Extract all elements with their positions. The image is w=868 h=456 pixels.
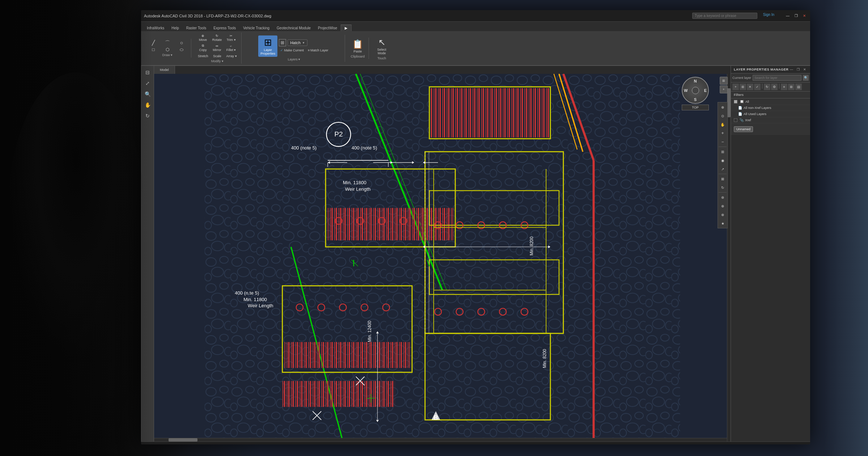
hatch-dropdown[interactable]: Hatch ▼ (288, 39, 307, 46)
refresh-btn[interactable]: ↻ (764, 84, 770, 90)
set-current-btn[interactable]: ✓ (754, 84, 761, 90)
fillet-button[interactable]: ⌐ Fillet ▾ (225, 43, 238, 52)
draw-poly-button[interactable]: ⬡ (161, 47, 174, 52)
tab-geotechnical[interactable]: Geotechnical Module (273, 25, 314, 31)
vp-tool-5[interactable]: ◉ (719, 156, 727, 164)
vp-tool-7[interactable]: ⊠ (719, 175, 727, 183)
compass-widget[interactable]: N S E W TOP (682, 77, 709, 110)
paste-button[interactable]: 📋 Paste (351, 38, 365, 54)
tab-vehicle-tracking[interactable]: Vehicle Tracking (239, 25, 273, 31)
view-3d-button[interactable]: ⊞ (720, 77, 728, 85)
vp-tool-6[interactable]: ↗ (719, 165, 727, 173)
top-view-button[interactable]: TOP (682, 105, 709, 110)
vp-tool-9[interactable]: ⊛ (719, 193, 727, 201)
h-scroll-thumb[interactable] (169, 438, 197, 442)
snap-button[interactable]: SNAP (195, 444, 204, 445)
layer-states-btn[interactable]: ▤ (795, 84, 802, 90)
views-button[interactable]: ⊟ (142, 67, 153, 77)
view-pan-button[interactable]: + (720, 85, 728, 93)
panel-minimize[interactable]: — (789, 67, 794, 72)
filter-xref[interactable]: 📎 Xref (731, 117, 810, 123)
maximize-button[interactable]: ❐ (793, 14, 799, 18)
filter-used[interactable]: 📄 All Used Layers (731, 111, 810, 117)
tab-media[interactable]: ▶ (341, 25, 352, 31)
mirror-button[interactable]: ⇔ Mirror (210, 43, 224, 52)
dyn-button[interactable]: DYN (299, 444, 306, 445)
model-tab[interactable]: Model (154, 66, 175, 74)
line-icon: ╱ (152, 40, 155, 45)
draw-ellipse-button[interactable]: ⬭ (175, 47, 188, 52)
layer-search-input[interactable] (753, 75, 801, 81)
status-scale: 1:1 (160, 444, 165, 445)
scale-button[interactable]: Scale (211, 53, 224, 59)
stretch-button[interactable]: Stretch (196, 53, 210, 59)
orbit-button[interactable]: ↻ (142, 111, 153, 121)
delete-layer-btn[interactable]: ✕ (747, 84, 753, 90)
vp-tool-4[interactable]: ⊞ (719, 148, 727, 156)
vp-tool-10[interactable]: ⊕ (719, 202, 727, 210)
vp-tool-3[interactable]: ✋ (719, 121, 727, 128)
grid-button[interactable]: GRID (208, 444, 216, 445)
tpy-button[interactable]: TPY (321, 444, 328, 445)
select-mode-button[interactable]: ↖ SelectMode (375, 37, 388, 56)
tab-help[interactable]: Help (168, 25, 183, 31)
lwt-button[interactable]: LWT (310, 444, 317, 445)
layer-list-area[interactable] (731, 135, 810, 442)
scroll-thumb[interactable] (727, 88, 731, 117)
array-button[interactable]: Array ▾ (225, 53, 238, 59)
layer-icon-small: ⊞ (279, 39, 286, 46)
filter-xref-icon: 📎 (740, 118, 744, 122)
move-button[interactable]: ⊕ Move (196, 33, 209, 42)
ribbon-group-clipboard: 📋 Paste Clipboard (347, 38, 369, 59)
tab-raster-tools[interactable]: Raster Tools (183, 25, 210, 31)
vp-tool-2[interactable]: ⊙ (719, 112, 727, 120)
zoom-window-button[interactable]: 🔍 (142, 89, 153, 99)
settings-btn[interactable]: ⚙ (771, 84, 778, 90)
filter-all[interactable]: 🔲 All (731, 98, 810, 105)
draw-circle-button[interactable]: ○ (175, 39, 188, 46)
search-input[interactable] (692, 13, 757, 19)
otrack-button[interactable]: OTRACK (268, 444, 281, 445)
minimize-button[interactable]: — (784, 14, 791, 18)
filter-non-xref[interactable]: 📄 All non-Xref Layers (731, 105, 810, 111)
draw-line-button[interactable]: ╱ (147, 39, 160, 46)
match-layer-button[interactable]: ≡ Match Layer (306, 47, 330, 53)
sc-button[interactable]: SC (332, 444, 337, 445)
close-button[interactable]: ✕ (801, 14, 807, 18)
filter-all-check (734, 100, 737, 104)
sign-in-button[interactable]: Sign In (763, 13, 774, 19)
draw-arc-button[interactable]: ⌒ (161, 39, 174, 46)
new-layer-btn[interactable]: + (732, 84, 739, 90)
filter-group-btn[interactable]: ⊞ (788, 84, 795, 90)
vp-zoom-out[interactable]: − (719, 138, 727, 146)
cad-viewport[interactable]: Model (154, 66, 731, 442)
tab-infraworks[interactable]: InfraWorks (143, 25, 168, 31)
pan-button[interactable]: ✋ (142, 100, 153, 110)
layer-search-button[interactable]: 🔍 (803, 75, 809, 81)
tab-projectwise[interactable]: ProjectWise (314, 25, 341, 31)
panel-close[interactable]: ✕ (802, 67, 807, 72)
zoom-extents-button[interactable]: ⤢ (142, 78, 153, 88)
ortho-button[interactable]: ORTHO (221, 444, 232, 445)
vp-tool-8[interactable]: ↻ (719, 183, 727, 191)
rotate-button[interactable]: ↻ Rotate (210, 33, 224, 42)
draw-rect-button[interactable]: □ (147, 47, 160, 52)
vp-zoom-in[interactable]: + (719, 129, 727, 137)
copy-button[interactable]: ⧉ Copy (196, 43, 209, 52)
vp-tool-12[interactable]: ★ (719, 219, 727, 227)
vp-tool-11[interactable]: ⊗ (719, 211, 727, 219)
svg-text:Min. 11800: Min. 11800 (343, 180, 366, 185)
make-current-button[interactable]: ✓ Make Current (279, 47, 305, 53)
title-bar: Autodesk AutoCAD Civil 3D 2018 - LFD-ARP… (141, 10, 810, 22)
ducs-button[interactable]: DUCS (286, 444, 295, 445)
panel-restore[interactable]: ❐ (796, 67, 801, 72)
vp-tool-1[interactable]: ⊕ (719, 103, 727, 111)
layer-properties-button[interactable]: ⊞ LayerProperties (258, 35, 277, 57)
new-layer-vp-btn[interactable]: ⊞ (740, 84, 746, 90)
filter-new-btn[interactable]: ≡ (781, 84, 787, 90)
horizontal-scrollbar[interactable] (154, 438, 727, 442)
polar-button[interactable]: POLAR (237, 444, 248, 445)
tab-express-tools[interactable]: Express Tools (210, 25, 239, 31)
osnap-button[interactable]: OSNAP (252, 444, 263, 445)
trim-button[interactable]: ✂ Trim ▾ (225, 33, 238, 42)
